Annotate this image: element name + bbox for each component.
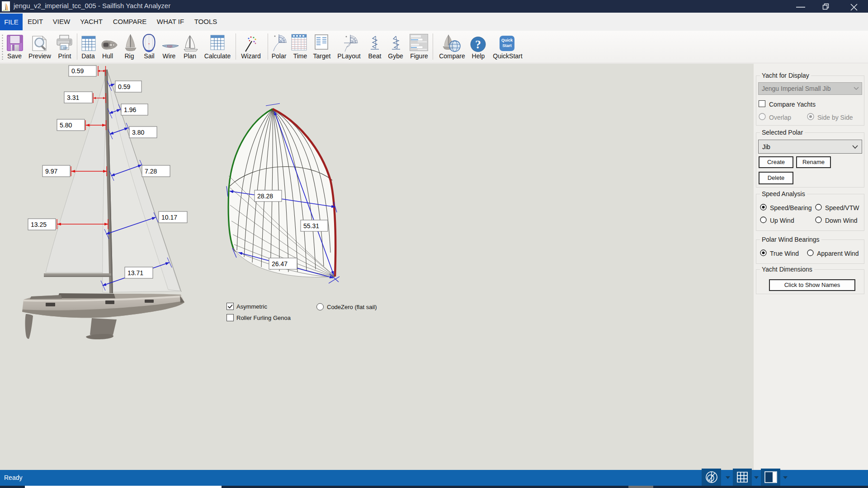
svg-text:?: ?	[475, 38, 481, 51]
svg-text:7.28: 7.28	[145, 168, 157, 175]
svg-text:28.28: 28.28	[257, 192, 273, 200]
svg-text:13.25: 13.25	[31, 221, 47, 228]
svg-text:10.17: 10.17	[161, 214, 177, 221]
svg-text:Start: Start	[502, 43, 512, 48]
svg-text:3.31: 3.31	[67, 94, 79, 101]
svg-text:5.80: 5.80	[60, 122, 72, 129]
svg-text:26.47: 26.47	[272, 260, 288, 267]
svg-text:Quick: Quick	[501, 38, 513, 42]
svg-text:13.71: 13.71	[127, 269, 143, 277]
svg-text:3.80: 3.80	[132, 129, 144, 136]
svg-text:0.59: 0.59	[71, 67, 84, 75]
svg-text:0.59: 0.59	[118, 83, 130, 90]
svg-text:55.31: 55.31	[303, 222, 319, 230]
svg-text:DW: DW	[63, 47, 68, 49]
svg-text:9.97: 9.97	[45, 168, 57, 175]
svg-text:1.96: 1.96	[124, 106, 136, 113]
